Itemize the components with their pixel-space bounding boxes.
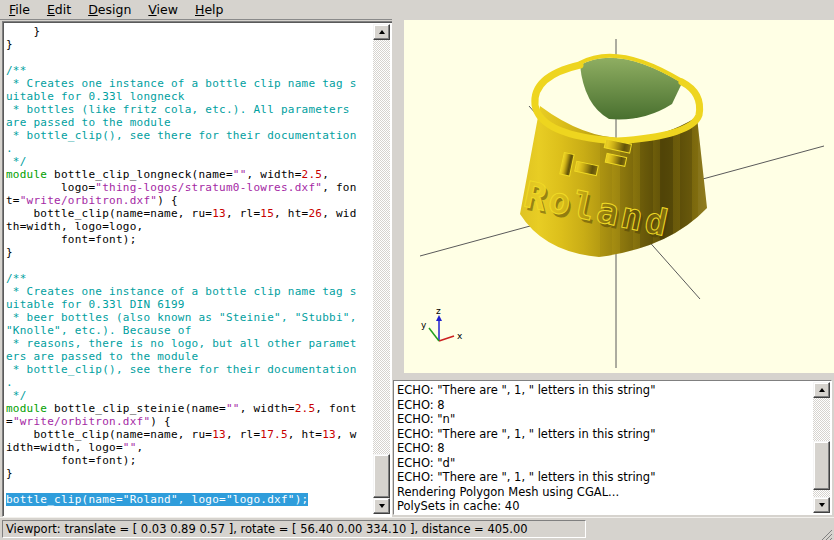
code-line[interactable]: * bottle_clip(), see there for their doc… bbox=[6, 363, 372, 376]
code-line[interactable]: * bottle_clip(), see there for their doc… bbox=[6, 129, 372, 142]
menu-bar: FileEditDesignViewHelp bbox=[0, 0, 834, 20]
3d-viewport[interactable]: Roland Roland z x y bbox=[404, 20, 834, 373]
resize-grip-icon bbox=[820, 529, 833, 540]
code-line[interactable]: uitable for 0.33l longneck bbox=[6, 90, 372, 103]
gizmo-y-label: y bbox=[421, 320, 427, 330]
gizmo-x-label: x bbox=[457, 331, 463, 341]
console-line: PolySets in cache: 40 bbox=[397, 499, 811, 513]
code-line[interactable]: logo="thing-logos/stratum0-lowres.dxf", … bbox=[6, 181, 372, 194]
menu-help[interactable]: Help bbox=[187, 1, 232, 19]
console-line: ECHO: "d" bbox=[397, 456, 811, 471]
bottle-clip-model: Roland Roland bbox=[520, 56, 710, 270]
console: ECHO: "There are ", 1, " letters in this… bbox=[393, 380, 832, 515]
gizmo-y-axis bbox=[429, 328, 439, 341]
code-line[interactable]: * beer bottles (also known as "Steinie",… bbox=[6, 311, 372, 324]
code-line[interactable]: . bbox=[6, 376, 372, 389]
editor-content[interactable]: }}/** * Creates one instance of a bottle… bbox=[6, 25, 372, 514]
code-line[interactable]: font=font); bbox=[6, 233, 372, 246]
code-line[interactable]: * Creates one instance of a bottle clip … bbox=[6, 285, 372, 298]
console-line: ECHO: 8 bbox=[397, 398, 811, 413]
code-line[interactable]: module bottle_clip_longneck(name="", wid… bbox=[6, 168, 372, 181]
menu-design[interactable]: Design bbox=[80, 1, 139, 19]
code-line[interactable]: module bottle_clip_steinie(name="", widt… bbox=[6, 402, 372, 415]
console-scroll-up-button[interactable] bbox=[813, 382, 830, 398]
down-arrow-icon bbox=[379, 504, 385, 508]
code-line[interactable]: ="write/orbitron.dxf") { bbox=[6, 415, 372, 428]
up-arrow-icon bbox=[819, 388, 825, 392]
model-inner-wall bbox=[580, 58, 682, 120]
code-line[interactable]: */ bbox=[6, 389, 372, 402]
console-line: ECHO: "There are ", 1, " letters in this… bbox=[397, 427, 811, 442]
code-line[interactable]: } bbox=[6, 467, 372, 480]
code-line[interactable]: } bbox=[6, 25, 372, 38]
console-line: ECHO: "There are ", 1, " letters in this… bbox=[397, 383, 811, 398]
viewport-canvas: Roland Roland z x y bbox=[404, 20, 834, 374]
right-pane: Roland Roland z x y ECHO: " bbox=[392, 19, 834, 517]
code-line[interactable]: . bbox=[6, 142, 372, 155]
menu-file[interactable]: File bbox=[1, 1, 38, 19]
code-line[interactable]: are passed to the module bbox=[6, 116, 372, 129]
code-line[interactable]: bottle_clip(name=name, ru=13, rl=15, ht=… bbox=[6, 207, 372, 220]
console-line: ECHO: "n" bbox=[397, 412, 811, 427]
code-line[interactable]: ers are passed to the module bbox=[6, 350, 372, 363]
code-line[interactable]: /** bbox=[6, 272, 372, 285]
console-line: ECHO: 8 bbox=[397, 441, 811, 456]
code-editor[interactable]: }}/** * Creates one instance of a bottle… bbox=[2, 21, 393, 517]
code-line[interactable]: t="write/orbitron.dxf") { bbox=[6, 194, 372, 207]
code-line[interactable]: bottle_clip(name="Roland", logo="logo.dx… bbox=[6, 493, 372, 506]
code-line[interactable]: * bottles (like fritz cola, etc.). All p… bbox=[6, 103, 372, 116]
code-line[interactable]: th=width, logo=logo, bbox=[6, 220, 372, 233]
viewport-status: Viewport: translate = [ 0.03 0.89 0.57 ]… bbox=[2, 520, 586, 538]
console-content: ECHO: "There are ", 1, " letters in this… bbox=[397, 383, 811, 513]
console-line: Rendering Polygon Mesh using CGAL... bbox=[397, 485, 811, 500]
code-line[interactable]: bottle_clip(name=name, ru=13, rl=17.5, h… bbox=[6, 428, 372, 441]
console-line: ECHO: "There are ", 1, " letters in this… bbox=[397, 470, 811, 485]
gizmo-z-label: z bbox=[436, 306, 441, 316]
editor-scrollbar-thumb[interactable] bbox=[373, 454, 390, 498]
console-scroll-down-button[interactable] bbox=[813, 497, 830, 513]
code-line[interactable] bbox=[6, 480, 372, 493]
scroll-up-button[interactable] bbox=[373, 24, 390, 40]
code-line[interactable]: } bbox=[6, 38, 372, 51]
code-line[interactable]: * Creates one instance of a bottle clip … bbox=[6, 77, 372, 90]
console-scrollbar[interactable] bbox=[813, 382, 830, 513]
code-line[interactable] bbox=[6, 51, 372, 64]
code-line[interactable]: font=font); bbox=[6, 454, 372, 467]
up-arrow-icon bbox=[379, 30, 385, 34]
resize-grip[interactable] bbox=[820, 527, 833, 540]
code-line[interactable]: idth=width, logo="", bbox=[6, 441, 372, 454]
menu-view[interactable]: View bbox=[140, 1, 186, 19]
code-line[interactable]: } bbox=[6, 246, 372, 259]
console-scrollbar-thumb[interactable] bbox=[813, 441, 830, 490]
code-line[interactable]: */ bbox=[6, 155, 372, 168]
down-arrow-icon bbox=[819, 503, 825, 507]
gizmo-x-axis bbox=[439, 336, 454, 341]
code-line[interactable] bbox=[6, 259, 372, 272]
code-line[interactable]: /** bbox=[6, 64, 372, 77]
code-line[interactable]: uitable for 0.33l DIN 6199 bbox=[6, 298, 372, 311]
openscad-window: FileEditDesignViewHelp }}/** * Creates o… bbox=[0, 0, 834, 540]
menu-edit[interactable]: Edit bbox=[39, 1, 79, 19]
scroll-down-button[interactable] bbox=[373, 498, 390, 514]
code-line[interactable]: * reasons, there is no logo, but all oth… bbox=[6, 337, 372, 350]
code-line[interactable]: "Knolle", etc.). Because of bbox=[6, 324, 372, 337]
status-bar: Viewport: translate = [ 0.03 0.89 0.57 ]… bbox=[0, 517, 834, 540]
editor-scrollbar[interactable] bbox=[373, 24, 390, 514]
axis-indicator: z x y bbox=[421, 306, 463, 341]
